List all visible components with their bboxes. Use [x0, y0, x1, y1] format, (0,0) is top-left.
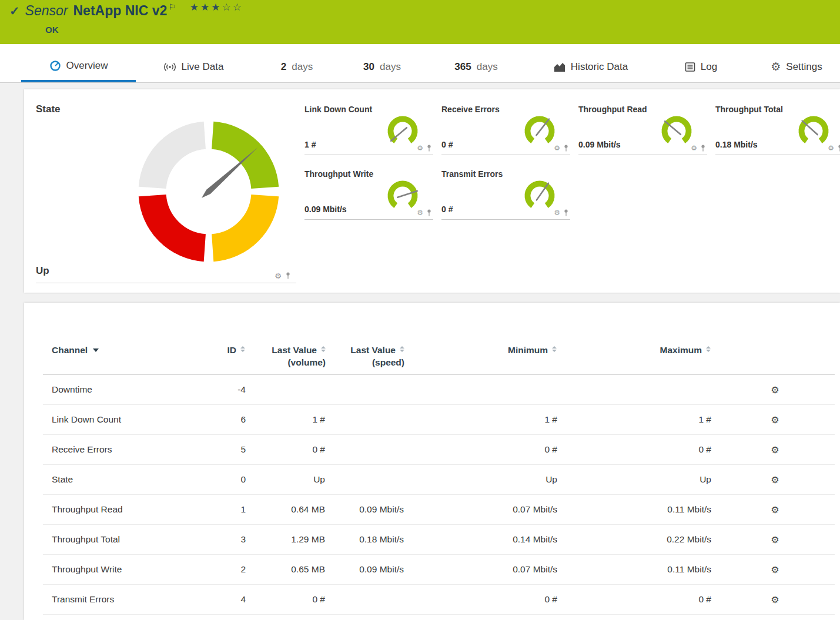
- column-sublabel: (speed): [328, 356, 404, 368]
- value-cell: 0.64 MB: [249, 495, 328, 525]
- gauge-value: 1 #: [304, 140, 316, 149]
- panel-gear-icon[interactable]: ⚙: [417, 144, 423, 152]
- channel-name-cell: Receive Errors: [43, 435, 208, 465]
- panel-pin-icon[interactable]: [700, 145, 706, 152]
- value-cell: 5: [208, 435, 249, 465]
- sort-icon[interactable]: [706, 346, 711, 352]
- gauge-panel-icons: ⚙: [691, 144, 706, 152]
- sort-icon[interactable]: [400, 346, 404, 352]
- tab-2-days[interactable]: 2 days: [259, 51, 335, 82]
- tab-30-days[interactable]: 30 days: [344, 51, 420, 82]
- table-row[interactable]: Downtime-4⚙: [43, 375, 835, 405]
- tab-label: Overview: [66, 60, 108, 72]
- channel-settings-gear-icon[interactable]: ⚙: [771, 445, 779, 455]
- table-row[interactable]: Throughput Read10.64 MB0.09 Mbit/s0.07 M…: [43, 495, 835, 525]
- gauge-dial: [658, 113, 695, 149]
- column-header-channel[interactable]: Channel: [43, 303, 208, 375]
- value-cell: 0.18 Mbit/s: [328, 525, 407, 555]
- object-kind-label: Sensor: [25, 3, 68, 19]
- channel-settings-gear-icon[interactable]: ⚙: [771, 595, 779, 605]
- tab-label: days: [380, 61, 401, 73]
- priority-stars[interactable]: ★★★☆☆: [190, 1, 243, 14]
- overview-gauge-icon: [49, 60, 61, 72]
- value-cell: 0.09 Mbit/s: [328, 555, 407, 585]
- channel-settings-gear-icon[interactable]: ⚙: [771, 415, 779, 425]
- gauge-panel: Receive Errors0 #⚙: [441, 103, 570, 155]
- gauge-panel-icons: ⚙: [554, 209, 569, 217]
- column-header-last-value-volume[interactable]: Last Value (volume): [249, 303, 328, 375]
- value-cell: [561, 375, 715, 405]
- value-cell: [407, 375, 561, 405]
- column-header-last-value-speed[interactable]: Last Value (speed): [328, 303, 407, 375]
- panel-pin-icon[interactable]: [837, 145, 840, 152]
- value-cell: 0 #: [561, 585, 715, 615]
- tab-365-days[interactable]: 365 days: [438, 51, 514, 82]
- panel-gear-icon[interactable]: ⚙: [828, 144, 834, 152]
- value-cell: 0.11 Mbit/s: [561, 555, 715, 585]
- gauge-value: 0.18 Mbit/s: [715, 140, 758, 149]
- panel-pin-icon[interactable]: [563, 209, 569, 217]
- state-gauge-panel: State Up ⚙: [36, 103, 296, 283]
- channel-settings-gear-icon[interactable]: ⚙: [771, 505, 779, 515]
- channel-settings-gear-icon[interactable]: ⚙: [771, 385, 779, 395]
- channel-actions-cell: ⚙: [715, 525, 835, 555]
- value-cell: 0.07 Mbit/s: [407, 555, 561, 585]
- tab-live-data[interactable]: Live Data: [141, 51, 246, 82]
- value-cell: 4: [208, 585, 249, 615]
- gauge-grid: Link Down Count1 #⚙Receive Errors0 #⚙Thr…: [304, 103, 837, 220]
- table-row[interactable]: Transmit Errors40 #0 #0 #⚙: [43, 585, 835, 615]
- column-header-maximum[interactable]: Maximum: [561, 303, 715, 375]
- column-label: Last Value: [350, 345, 396, 355]
- panel-pin-icon[interactable]: [426, 209, 432, 217]
- tab-overview[interactable]: Overview: [21, 51, 136, 82]
- value-cell: 1 #: [249, 405, 328, 435]
- tab-settings[interactable]: ⚙ Settings: [755, 51, 838, 82]
- sorted-desc-icon: [93, 348, 99, 352]
- tab-label: days: [477, 61, 498, 73]
- tab-log[interactable]: Log: [667, 51, 735, 82]
- tab-label: Settings: [786, 61, 822, 73]
- value-cell: Up: [249, 465, 328, 495]
- gauge-value: 0.09 Mbit/s: [578, 140, 621, 149]
- table-header-row: Channel ID Last Value (volume) Last Valu…: [43, 303, 835, 375]
- gauge-panel-icons: ⚙: [417, 209, 432, 217]
- channel-actions-cell: ⚙: [715, 465, 835, 495]
- sort-icon[interactable]: [240, 346, 245, 352]
- channel-settings-gear-icon[interactable]: ⚙: [771, 535, 779, 545]
- channel-table: Channel ID Last Value (volume) Last Valu…: [43, 303, 835, 615]
- panel-pin-icon[interactable]: [563, 145, 569, 152]
- flag-icon[interactable]: ⚐: [168, 2, 176, 12]
- channel-settings-gear-icon[interactable]: ⚙: [771, 475, 779, 485]
- value-cell: [249, 375, 328, 405]
- sort-icon[interactable]: [321, 346, 326, 352]
- sensor-status: OK: [45, 25, 59, 35]
- table-row[interactable]: State0UpUpUp⚙: [43, 465, 835, 495]
- channel-settings-gear-icon[interactable]: ⚙: [771, 565, 779, 575]
- tab-label: Historic Data: [571, 61, 628, 73]
- sort-icon[interactable]: [552, 346, 557, 352]
- panel-gear-icon[interactable]: ⚙: [554, 144, 560, 152]
- tab-bar: Overview Live Data 2 days 30 days 365 da…: [0, 44, 840, 83]
- panel-gear-icon[interactable]: ⚙: [554, 209, 560, 217]
- table-row[interactable]: Link Down Count61 #1 #1 #⚙: [43, 405, 835, 435]
- table-row[interactable]: Receive Errors50 #0 #0 #⚙: [43, 435, 835, 465]
- table-row[interactable]: Throughput Total31.29 MB0.18 Mbit/s0.14 …: [43, 525, 835, 555]
- column-label: Minimum: [508, 345, 548, 355]
- state-panel-icons: ⚙: [275, 272, 291, 280]
- channel-actions-cell: ⚙: [715, 375, 835, 405]
- live-data-icon: [163, 62, 176, 72]
- channel-name-cell: State: [43, 465, 208, 495]
- table-row[interactable]: Throughput Write20.65 MB0.09 Mbit/s0.07 …: [43, 555, 835, 585]
- panel-pin-icon[interactable]: [426, 145, 432, 152]
- channel-actions-cell: ⚙: [715, 435, 835, 465]
- panel-gear-icon[interactable]: ⚙: [275, 272, 282, 280]
- tab-historic-data[interactable]: Historic Data: [532, 51, 650, 82]
- gauge-panel: Throughput Write0.09 Mbit/s⚙: [304, 168, 433, 220]
- panel-pin-icon[interactable]: [285, 272, 291, 280]
- panel-gear-icon[interactable]: ⚙: [417, 209, 423, 217]
- tab-number: 2: [281, 61, 286, 73]
- column-header-minimum[interactable]: Minimum: [407, 303, 561, 375]
- panel-gear-icon[interactable]: ⚙: [691, 144, 697, 152]
- column-header-id[interactable]: ID: [208, 303, 249, 375]
- value-cell: -4: [208, 375, 249, 405]
